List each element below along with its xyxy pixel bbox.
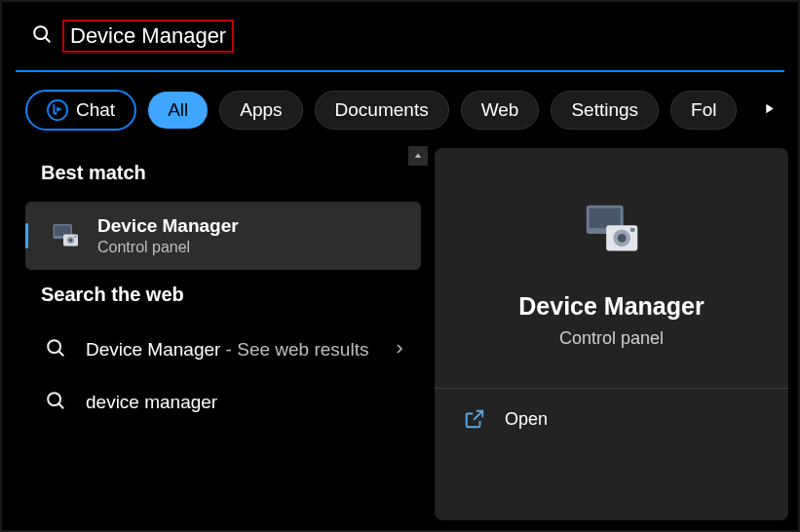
- svg-rect-18: [629, 228, 633, 232]
- svg-line-12: [58, 403, 63, 408]
- svg-point-7: [69, 239, 73, 243]
- device-manager-icon: [49, 218, 84, 253]
- search-icon: [31, 23, 53, 49]
- open-icon: [464, 408, 485, 430]
- svg-line-1: [45, 37, 50, 42]
- best-match-header: Best match: [25, 148, 425, 202]
- web-result-suffix: - See web results: [220, 339, 368, 360]
- search-web-header: Search the web: [25, 270, 425, 323]
- svg-line-10: [58, 351, 63, 356]
- svg-point-11: [48, 393, 60, 405]
- filter-web[interactable]: Web: [461, 91, 540, 130]
- content-area: Best match Device Manager Control panel …: [2, 148, 798, 520]
- device-manager-icon-large: [573, 197, 651, 265]
- svg-rect-4: [55, 226, 71, 237]
- search-highlight-box: [62, 19, 234, 53]
- filter-documents[interactable]: Documents: [315, 91, 449, 130]
- scroll-up-button[interactable]: [408, 146, 428, 166]
- filter-chat[interactable]: Chat: [25, 90, 136, 131]
- web-result-title: Device Manager: [86, 339, 220, 360]
- svg-point-0: [34, 26, 47, 39]
- web-result-1[interactable]: device manager: [25, 376, 425, 429]
- web-result-title: device manager: [86, 392, 217, 412]
- details-panel: Device Manager Control panel Open: [435, 148, 788, 520]
- filter-folders[interactable]: Fol: [670, 91, 737, 130]
- filter-row: Chat All Apps Documents Web Settings Fol: [2, 72, 798, 148]
- svg-point-17: [617, 234, 626, 243]
- web-result-text: device manager: [86, 392, 217, 413]
- search-bar: [2, 2, 798, 70]
- action-open[interactable]: Open: [435, 389, 788, 449]
- search-input[interactable]: [70, 23, 226, 49]
- filter-settings[interactable]: Settings: [551, 91, 659, 130]
- svg-rect-8: [74, 236, 76, 238]
- search-icon: [45, 337, 66, 362]
- svg-rect-14: [589, 209, 620, 228]
- details-title: Device Manager: [518, 292, 704, 321]
- bing-icon: [47, 99, 68, 121]
- web-result-0[interactable]: Device Manager - See web results: [25, 323, 425, 376]
- filter-all[interactable]: All: [148, 92, 208, 129]
- svg-point-9: [48, 340, 60, 353]
- best-match-subtitle: Control panel: [97, 239, 239, 256]
- web-result-text: Device Manager - See web results: [86, 339, 368, 361]
- filter-chat-label: Chat: [76, 99, 115, 121]
- chevron-right-icon: [394, 341, 405, 359]
- action-open-label: Open: [505, 409, 548, 430]
- best-match-text: Device Manager Control panel: [97, 215, 239, 256]
- search-icon: [45, 390, 66, 415]
- scroll-right-icon[interactable]: [761, 99, 777, 122]
- best-match-result[interactable]: Device Manager Control panel: [25, 202, 421, 270]
- details-subtitle: Control panel: [559, 328, 664, 349]
- filter-apps[interactable]: Apps: [219, 91, 302, 130]
- best-match-title: Device Manager: [97, 215, 239, 237]
- results-panel: Best match Device Manager Control panel …: [25, 148, 425, 520]
